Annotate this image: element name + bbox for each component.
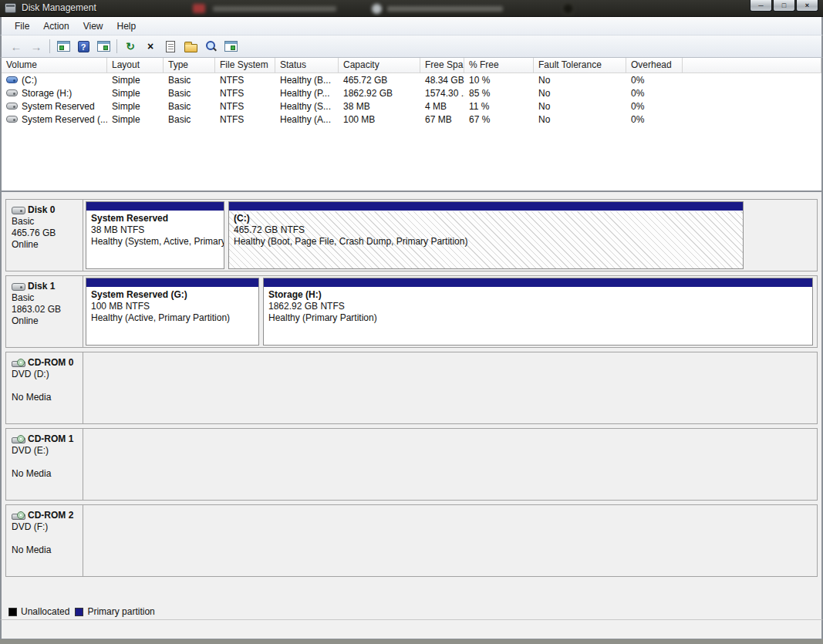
volume-pct-free: 67 %	[464, 114, 534, 125]
column-header-status[interactable]: Status	[275, 58, 339, 72]
column-header-layout[interactable]: Layout	[107, 58, 164, 72]
table-row[interactable]: System Reserved (... Simple Basic NTFS H…	[2, 113, 821, 126]
table-row[interactable]: System Reserved Simple Basic NTFS Health…	[2, 99, 821, 113]
legend-label: Primary partition	[87, 606, 154, 617]
column-header-pct-free[interactable]: % Free	[464, 58, 534, 72]
cdrom-1-header[interactable]: CD-ROM 1 DVD (E:) No Media	[6, 429, 83, 500]
partition-health: Healthy (Active, Primary Partition)	[91, 312, 258, 324]
volume-free-space: 4 MB	[420, 101, 464, 112]
volume-icon	[6, 116, 18, 123]
menu-action[interactable]: Action	[36, 19, 76, 34]
refresh-button[interactable]: ↻	[121, 38, 140, 55]
column-header-overhead[interactable]: Overhead	[626, 58, 683, 72]
background-window-ghost	[562, 2, 575, 15]
show-console-tree-button[interactable]	[54, 38, 73, 55]
partition-label: System Reserved	[91, 213, 224, 224]
column-header-type[interactable]: Type	[164, 58, 215, 72]
volume-table-header: Volume Layout Type File System Status Ca…	[2, 58, 821, 73]
unallocated-swatch-icon	[8, 608, 17, 616]
cdrom-drive: DVD (D:)	[12, 369, 83, 380]
volume-layout: Simple	[107, 88, 164, 99]
cdrom-2-header[interactable]: CD-ROM 2 DVD (F:) No Media	[6, 505, 83, 576]
cdrom-row-1: CD-ROM 1 DVD (E:) No Media	[5, 428, 818, 501]
partition-health: Healthy (System, Active, Primary Partiti…	[91, 236, 224, 248]
properties-button[interactable]	[161, 38, 180, 55]
background-window-ghost	[213, 6, 336, 12]
cdrom-icon	[12, 435, 25, 444]
volume-fault-tolerance: No	[534, 75, 626, 86]
open-button[interactable]	[181, 38, 200, 55]
toolbar: ← → ? ↻ ×	[0, 35, 823, 58]
partition-health: Healthy (Primary Partition)	[268, 312, 812, 324]
volume-status: Healthy (B...	[275, 75, 339, 86]
volume-free-space: 48.34 GB	[420, 75, 464, 86]
partition-system-reserved[interactable]: System Reserved 38 MB NTFS Healthy (Syst…	[86, 201, 224, 269]
volume-type: Basic	[164, 101, 215, 112]
cdrom-name: CD-ROM 0	[28, 357, 73, 369]
show-action-pane-button[interactable]	[94, 38, 113, 55]
partition-size: 1862.92 GB NTFS	[268, 301, 812, 312]
help-button[interactable]: ?	[74, 38, 93, 55]
properties-icon	[166, 41, 175, 52]
disk-0-header[interactable]: Disk 0 Basic 465.76 GB Online	[6, 200, 83, 271]
volume-name: (C:)	[22, 75, 37, 86]
volume-status: Healthy (A...	[275, 114, 339, 125]
maximize-button[interactable]: □	[773, 0, 795, 12]
partition-c[interactable]: (C:) 465.72 GB NTFS Healthy (Boot, Page …	[228, 201, 744, 269]
cdrom-media-status: No Media	[12, 392, 83, 403]
column-header-volume[interactable]: Volume	[2, 58, 107, 72]
volume-type: Basic	[164, 75, 215, 86]
menu-help[interactable]: Help	[110, 19, 143, 34]
forward-button[interactable]: →	[27, 38, 46, 55]
volume-pct-free: 85 %	[464, 88, 534, 99]
menu-file[interactable]: File	[8, 19, 36, 34]
help-topics-button[interactable]	[221, 38, 240, 55]
column-header-capacity[interactable]: Capacity	[339, 58, 420, 72]
disk-row-0: Disk 0 Basic 465.76 GB Online System Res…	[5, 199, 818, 271]
disk-0-partitions: System Reserved 38 MB NTFS Healthy (Syst…	[83, 200, 817, 271]
help-topics-icon	[224, 41, 238, 52]
minimize-button[interactable]: ─	[750, 0, 772, 12]
volume-status: Healthy (P...	[275, 88, 339, 99]
volume-capacity: 465.72 GB	[339, 75, 420, 86]
table-row[interactable]: (C:) Simple Basic NTFS Healthy (B... 465…	[2, 73, 821, 86]
delete-button[interactable]: ×	[141, 38, 160, 55]
volume-layout: Simple	[107, 75, 164, 86]
window-title: Disk Management	[22, 2, 96, 13]
close-button[interactable]: ×	[796, 0, 818, 12]
cdrom-drive: DVD (F:)	[12, 521, 83, 533]
window-controls: ─ □ ×	[749, 0, 818, 12]
column-header-free-space[interactable]: Free Spa...	[420, 58, 464, 72]
cdrom-media-status: No Media	[12, 545, 83, 556]
partition-health: Healthy (Boot, Page File, Crash Dump, Pr…	[234, 236, 743, 248]
volume-icon	[6, 76, 18, 83]
cdrom-0-empty-area	[83, 352, 817, 423]
toolbar-separator	[49, 39, 50, 53]
title-bar: Disk Management ─ □ ×	[0, 0, 823, 17]
rescan-button[interactable]	[201, 38, 220, 55]
partition-label: Storage (H:)	[268, 289, 812, 301]
open-folder-icon	[184, 44, 197, 52]
disk-name: Disk 1	[28, 281, 55, 292]
partition-color-bar	[264, 278, 812, 288]
partition-label: System Reserved (G:)	[91, 289, 258, 301]
partition-storage-h[interactable]: Storage (H:) 1862.92 GB NTFS Healthy (Pr…	[263, 278, 813, 346]
partition-label: (C:)	[234, 213, 743, 224]
disk-icon	[12, 207, 25, 214]
cdrom-0-header[interactable]: CD-ROM 0 DVD (D:) No Media	[6, 352, 83, 423]
disk-type: Basic	[12, 292, 83, 304]
partition-size: 38 MB NTFS	[91, 224, 224, 236]
volume-file-system: NTFS	[215, 75, 275, 86]
legend-item-unallocated: Unallocated	[8, 606, 69, 617]
menu-view[interactable]: View	[76, 19, 110, 34]
partition-system-reserved-g[interactable]: System Reserved (G:) 100 MB NTFS Healthy…	[86, 278, 259, 346]
volume-file-system: NTFS	[215, 88, 275, 99]
volume-fault-tolerance: No	[534, 114, 626, 125]
column-header-fault-tolerance[interactable]: Fault Tolerance	[534, 58, 626, 72]
disk-type: Basic	[12, 216, 83, 228]
back-button[interactable]: ←	[7, 38, 25, 55]
table-row[interactable]: Storage (H:) Simple Basic NTFS Healthy (…	[2, 86, 821, 99]
disk-1-header[interactable]: Disk 1 Basic 1863.02 GB Online	[6, 276, 83, 347]
column-header-file-system[interactable]: File System	[215, 58, 275, 72]
disk-status: Online	[12, 315, 83, 327]
